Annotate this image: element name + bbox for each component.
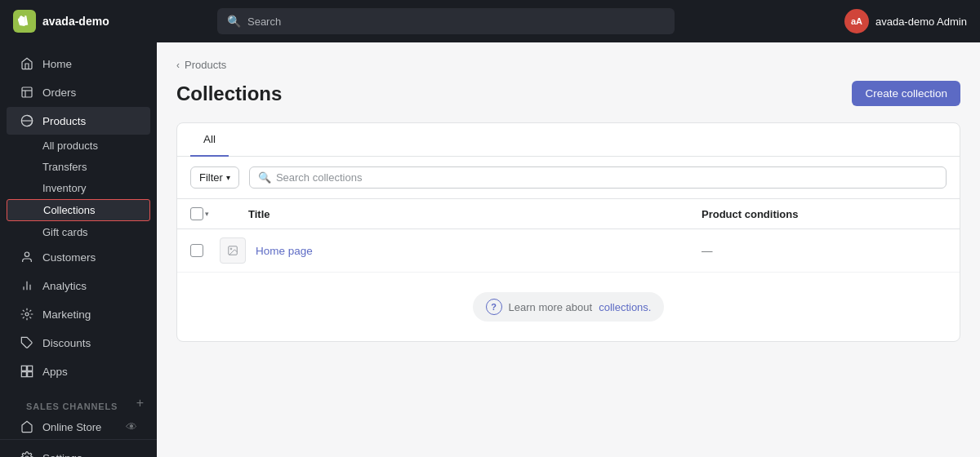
sidebar-subitem-all-products[interactable]: All products	[7, 135, 150, 156]
admin-name-label: avada-demo Admin	[875, 16, 967, 28]
sidebar-subitem-inventory[interactable]: Inventory	[7, 178, 150, 198]
home-icon	[20, 56, 34, 71]
customers-icon	[20, 250, 34, 264]
layout: Home Orders Products All products	[0, 42, 980, 457]
col-conditions-header: Product conditions	[702, 208, 947, 220]
filter-label: Filter	[199, 171, 223, 184]
collections-link[interactable]: collections.	[599, 301, 651, 313]
store-name: avada-demo	[42, 15, 109, 28]
settings-icon	[20, 450, 34, 457]
online-store-icon	[20, 419, 34, 434]
svg-point-8	[25, 313, 29, 316]
chevron-left-icon: ‹	[176, 60, 180, 71]
svg-rect-12	[28, 372, 33, 377]
search-collections-icon: 🔍	[258, 171, 271, 184]
sidebar-item-products[interactable]: Products	[7, 107, 150, 135]
sidebar-item-online-store[interactable]: Online Store 👁	[7, 415, 150, 438]
online-store-label: Online Store	[42, 421, 101, 433]
search-icon: 🔍	[227, 15, 241, 28]
row-checkbox-wrap	[190, 244, 203, 257]
search-collections-input[interactable]	[276, 171, 938, 184]
row-title-link[interactable]: Home page	[256, 245, 692, 257]
header-checkbox-wrap: ▾	[190, 207, 209, 220]
collections-card: All Filter ▾ 🔍 ▾ Title	[176, 122, 960, 342]
tabs-row: All	[177, 123, 960, 157]
sidebar-item-customers[interactable]: Customers	[7, 243, 150, 271]
table-header-row: ▾ Title Product conditions	[177, 199, 960, 229]
sidebar-subitem-transfers[interactable]: Transfers	[7, 157, 150, 177]
sidebar-item-home[interactable]: Home	[7, 50, 150, 78]
sidebar: Home Orders Products All products	[0, 42, 157, 457]
svg-rect-10	[21, 366, 26, 370]
sidebar-bottom: Settings	[0, 439, 157, 457]
sidebar-item-apps[interactable]: Apps	[7, 357, 150, 385]
row-image	[220, 237, 246, 264]
page-title: Collections	[176, 82, 282, 105]
discounts-icon	[20, 335, 34, 350]
col-title-header: Title	[219, 208, 692, 220]
store-logo[interactable]: avada-demo	[13, 10, 127, 33]
sales-channels-label: SALES CHANNELS	[13, 392, 131, 415]
tab-all[interactable]: All	[190, 123, 229, 157]
svg-point-4	[24, 252, 29, 256]
sales-channels-section: SALES CHANNELS +	[0, 392, 157, 415]
avatar[interactable]: aA	[844, 9, 869, 33]
learn-more-text: Learn more about	[509, 301, 593, 313]
learn-more-section: ? Learn more about collections.	[177, 273, 960, 341]
sidebar-item-marketing[interactable]: Marketing	[7, 300, 150, 328]
filter-chevron-icon: ▾	[226, 173, 230, 182]
apps-icon	[20, 364, 34, 379]
svg-rect-11	[28, 366, 33, 370]
main-content: ‹ Products Collections Create collection…	[157, 42, 980, 457]
table-row: Home page —	[177, 229, 960, 273]
online-store-left: Online Store	[20, 419, 101, 434]
search-bar: 🔍	[217, 8, 675, 34]
page-header: Collections Create collection	[176, 81, 960, 106]
header-checkbox[interactable]	[190, 207, 203, 220]
sidebar-item-discounts[interactable]: Discounts	[7, 329, 150, 357]
filter-row: Filter ▾ 🔍	[177, 157, 960, 199]
row-conditions: —	[702, 245, 947, 257]
header-checkbox-chevron-icon[interactable]: ▾	[205, 210, 209, 218]
svg-rect-0	[22, 87, 32, 97]
breadcrumb-products[interactable]: Products	[185, 59, 226, 71]
learn-more-pill: ? Learn more about collections.	[473, 292, 665, 322]
products-icon	[20, 113, 34, 128]
sidebar-item-settings[interactable]: Settings	[7, 444, 150, 457]
filter-button[interactable]: Filter ▾	[190, 166, 239, 189]
sidebar-subitem-gift-cards[interactable]: Gift cards	[7, 222, 150, 242]
add-channel-icon[interactable]: +	[136, 396, 144, 410]
shopify-icon	[13, 10, 36, 33]
svg-point-16	[230, 248, 232, 250]
eye-icon: 👁	[126, 420, 137, 433]
breadcrumb[interactable]: ‹ Products	[176, 59, 960, 71]
row-checkbox[interactable]	[190, 244, 203, 257]
sidebar-item-analytics[interactable]: Analytics	[7, 272, 150, 299]
search-input[interactable]	[247, 16, 665, 28]
marketing-icon	[20, 307, 34, 322]
top-nav: avada-demo 🔍 aA avada-demo Admin	[0, 0, 980, 42]
create-collection-button[interactable]: Create collection	[852, 81, 960, 106]
search-collections-wrap: 🔍	[249, 166, 947, 189]
svg-rect-13	[21, 372, 26, 377]
orders-icon	[20, 85, 34, 100]
sidebar-item-orders[interactable]: Orders	[7, 78, 150, 106]
top-nav-right: aA avada-demo Admin	[844, 9, 967, 33]
help-circle-icon: ?	[486, 299, 502, 315]
sidebar-subitem-collections[interactable]: Collections	[7, 199, 150, 221]
sidebar-nav: Home Orders Products All products	[0, 49, 157, 439]
analytics-icon	[20, 278, 34, 293]
